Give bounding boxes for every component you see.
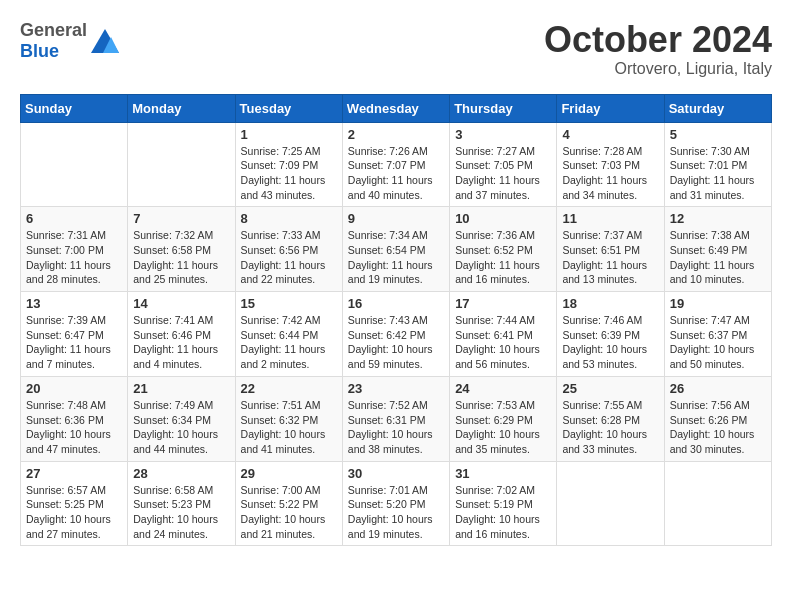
logo-blue: Blue (20, 41, 59, 61)
day-number: 28 (133, 466, 229, 481)
calendar-body: 1Sunrise: 7:25 AMSunset: 7:09 PMDaylight… (21, 122, 772, 546)
logo: General Blue (20, 20, 121, 62)
calendar-cell: 16Sunrise: 7:43 AMSunset: 6:42 PMDayligh… (342, 292, 449, 377)
calendar-cell: 18Sunrise: 7:46 AMSunset: 6:39 PMDayligh… (557, 292, 664, 377)
calendar-cell: 29Sunrise: 7:00 AMSunset: 5:22 PMDayligh… (235, 461, 342, 546)
day-info: Sunrise: 7:37 AMSunset: 6:51 PMDaylight:… (562, 228, 658, 287)
day-number: 12 (670, 211, 766, 226)
calendar-table: SundayMondayTuesdayWednesdayThursdayFrid… (20, 94, 772, 547)
day-number: 21 (133, 381, 229, 396)
calendar-cell: 27Sunrise: 6:57 AMSunset: 5:25 PMDayligh… (21, 461, 128, 546)
weekday-header-friday: Friday (557, 94, 664, 122)
day-info: Sunrise: 7:01 AMSunset: 5:20 PMDaylight:… (348, 483, 444, 542)
day-info: Sunrise: 7:55 AMSunset: 6:28 PMDaylight:… (562, 398, 658, 457)
calendar-cell: 8Sunrise: 7:33 AMSunset: 6:56 PMDaylight… (235, 207, 342, 292)
calendar-cell: 6Sunrise: 7:31 AMSunset: 7:00 PMDaylight… (21, 207, 128, 292)
day-info: Sunrise: 7:47 AMSunset: 6:37 PMDaylight:… (670, 313, 766, 372)
day-info: Sunrise: 7:27 AMSunset: 7:05 PMDaylight:… (455, 144, 551, 203)
day-info: Sunrise: 7:41 AMSunset: 6:46 PMDaylight:… (133, 313, 229, 372)
day-number: 29 (241, 466, 337, 481)
day-number: 8 (241, 211, 337, 226)
day-number: 23 (348, 381, 444, 396)
calendar-cell: 31Sunrise: 7:02 AMSunset: 5:19 PMDayligh… (450, 461, 557, 546)
day-info: Sunrise: 7:34 AMSunset: 6:54 PMDaylight:… (348, 228, 444, 287)
calendar-cell: 4Sunrise: 7:28 AMSunset: 7:03 PMDaylight… (557, 122, 664, 207)
calendar-cell: 12Sunrise: 7:38 AMSunset: 6:49 PMDayligh… (664, 207, 771, 292)
calendar-cell: 25Sunrise: 7:55 AMSunset: 6:28 PMDayligh… (557, 376, 664, 461)
week-row-1: 1Sunrise: 7:25 AMSunset: 7:09 PMDaylight… (21, 122, 772, 207)
day-number: 4 (562, 127, 658, 142)
weekday-header-monday: Monday (128, 94, 235, 122)
day-number: 6 (26, 211, 122, 226)
day-number: 17 (455, 296, 551, 311)
calendar-cell: 13Sunrise: 7:39 AMSunset: 6:47 PMDayligh… (21, 292, 128, 377)
calendar-cell: 23Sunrise: 7:52 AMSunset: 6:31 PMDayligh… (342, 376, 449, 461)
day-info: Sunrise: 7:44 AMSunset: 6:41 PMDaylight:… (455, 313, 551, 372)
calendar-cell: 5Sunrise: 7:30 AMSunset: 7:01 PMDaylight… (664, 122, 771, 207)
weekday-header-thursday: Thursday (450, 94, 557, 122)
calendar-cell: 22Sunrise: 7:51 AMSunset: 6:32 PMDayligh… (235, 376, 342, 461)
day-number: 20 (26, 381, 122, 396)
week-row-3: 13Sunrise: 7:39 AMSunset: 6:47 PMDayligh… (21, 292, 772, 377)
day-number: 27 (26, 466, 122, 481)
day-info: Sunrise: 7:53 AMSunset: 6:29 PMDaylight:… (455, 398, 551, 457)
day-info: Sunrise: 7:43 AMSunset: 6:42 PMDaylight:… (348, 313, 444, 372)
calendar-cell: 26Sunrise: 7:56 AMSunset: 6:26 PMDayligh… (664, 376, 771, 461)
calendar-cell: 2Sunrise: 7:26 AMSunset: 7:07 PMDaylight… (342, 122, 449, 207)
day-number: 24 (455, 381, 551, 396)
week-row-2: 6Sunrise: 7:31 AMSunset: 7:00 PMDaylight… (21, 207, 772, 292)
calendar-cell (128, 122, 235, 207)
day-info: Sunrise: 7:30 AMSunset: 7:01 PMDaylight:… (670, 144, 766, 203)
day-info: Sunrise: 7:25 AMSunset: 7:09 PMDaylight:… (241, 144, 337, 203)
day-info: Sunrise: 7:31 AMSunset: 7:00 PMDaylight:… (26, 228, 122, 287)
day-info: Sunrise: 7:46 AMSunset: 6:39 PMDaylight:… (562, 313, 658, 372)
day-number: 1 (241, 127, 337, 142)
day-info: Sunrise: 7:33 AMSunset: 6:56 PMDaylight:… (241, 228, 337, 287)
calendar-cell: 30Sunrise: 7:01 AMSunset: 5:20 PMDayligh… (342, 461, 449, 546)
calendar-cell: 3Sunrise: 7:27 AMSunset: 7:05 PMDaylight… (450, 122, 557, 207)
day-number: 3 (455, 127, 551, 142)
calendar-cell: 20Sunrise: 7:48 AMSunset: 6:36 PMDayligh… (21, 376, 128, 461)
day-info: Sunrise: 7:02 AMSunset: 5:19 PMDaylight:… (455, 483, 551, 542)
day-info: Sunrise: 7:48 AMSunset: 6:36 PMDaylight:… (26, 398, 122, 457)
weekday-header-saturday: Saturday (664, 94, 771, 122)
day-number: 13 (26, 296, 122, 311)
day-number: 30 (348, 466, 444, 481)
location: Ortovero, Liguria, Italy (544, 60, 772, 78)
day-info: Sunrise: 7:38 AMSunset: 6:49 PMDaylight:… (670, 228, 766, 287)
calendar-cell (664, 461, 771, 546)
day-info: Sunrise: 7:42 AMSunset: 6:44 PMDaylight:… (241, 313, 337, 372)
day-number: 2 (348, 127, 444, 142)
calendar-cell: 17Sunrise: 7:44 AMSunset: 6:41 PMDayligh… (450, 292, 557, 377)
day-number: 16 (348, 296, 444, 311)
calendar-cell: 7Sunrise: 7:32 AMSunset: 6:58 PMDaylight… (128, 207, 235, 292)
day-number: 11 (562, 211, 658, 226)
day-info: Sunrise: 7:32 AMSunset: 6:58 PMDaylight:… (133, 228, 229, 287)
weekday-header-sunday: Sunday (21, 94, 128, 122)
day-number: 19 (670, 296, 766, 311)
calendar-cell: 9Sunrise: 7:34 AMSunset: 6:54 PMDaylight… (342, 207, 449, 292)
day-number: 31 (455, 466, 551, 481)
day-number: 15 (241, 296, 337, 311)
day-number: 9 (348, 211, 444, 226)
day-info: Sunrise: 7:51 AMSunset: 6:32 PMDaylight:… (241, 398, 337, 457)
day-info: Sunrise: 7:36 AMSunset: 6:52 PMDaylight:… (455, 228, 551, 287)
calendar-cell (557, 461, 664, 546)
day-info: Sunrise: 6:58 AMSunset: 5:23 PMDaylight:… (133, 483, 229, 542)
page-header: General Blue October 2024 Ortovero, Ligu… (20, 20, 772, 78)
weekday-header-tuesday: Tuesday (235, 94, 342, 122)
calendar-cell: 21Sunrise: 7:49 AMSunset: 6:34 PMDayligh… (128, 376, 235, 461)
calendar-cell: 11Sunrise: 7:37 AMSunset: 6:51 PMDayligh… (557, 207, 664, 292)
day-number: 25 (562, 381, 658, 396)
day-number: 10 (455, 211, 551, 226)
logo-general: General (20, 20, 87, 40)
weekday-header-wednesday: Wednesday (342, 94, 449, 122)
day-number: 7 (133, 211, 229, 226)
day-number: 26 (670, 381, 766, 396)
day-number: 18 (562, 296, 658, 311)
day-number: 5 (670, 127, 766, 142)
logo-icon (89, 27, 121, 55)
day-number: 22 (241, 381, 337, 396)
calendar-cell: 1Sunrise: 7:25 AMSunset: 7:09 PMDaylight… (235, 122, 342, 207)
calendar-cell: 28Sunrise: 6:58 AMSunset: 5:23 PMDayligh… (128, 461, 235, 546)
